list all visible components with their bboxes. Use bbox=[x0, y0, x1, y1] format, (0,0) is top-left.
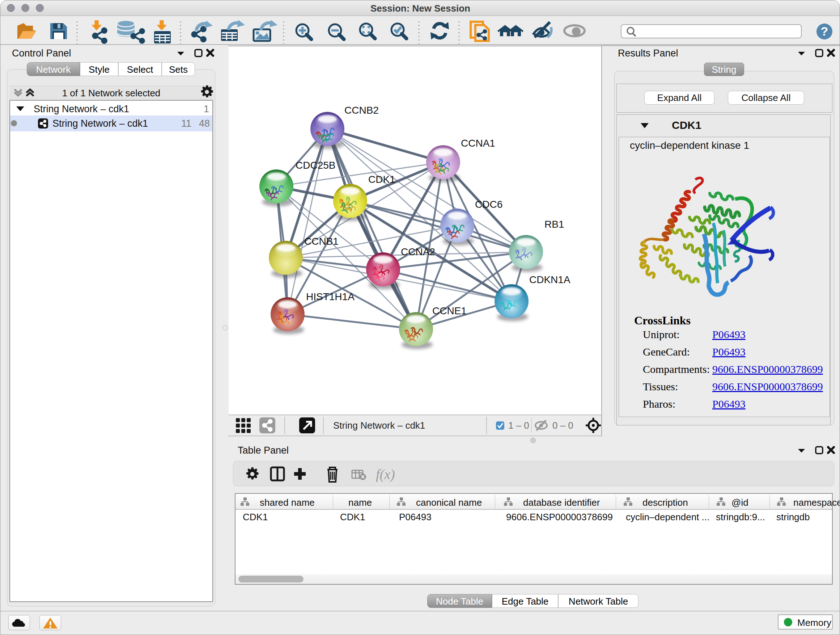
svg-text:HIST1H1A: HIST1H1A bbox=[306, 291, 355, 302]
svg-text:CDC25B: CDC25B bbox=[295, 160, 335, 171]
svg-text:f(x): f(x) bbox=[376, 467, 395, 482]
svg-text:RB1: RB1 bbox=[545, 219, 564, 230]
svg-text:CCNA2: CCNA2 bbox=[401, 246, 435, 257]
svg-text:CDK1: CDK1 bbox=[368, 174, 395, 185]
svg-text:CCNA1: CCNA1 bbox=[461, 138, 495, 149]
svg-text:CCNE1: CCNE1 bbox=[432, 305, 467, 317]
svg-text:CDKN1A: CDKN1A bbox=[529, 274, 570, 285]
svg-text:CCNB1: CCNB1 bbox=[304, 236, 339, 247]
svg-text:?: ? bbox=[821, 24, 829, 38]
svg-text:0 – 0: 0 – 0 bbox=[553, 420, 573, 431]
svg-text:CCNB2: CCNB2 bbox=[344, 105, 379, 116]
svg-text:String Network – cdk1: String Network – cdk1 bbox=[333, 420, 425, 431]
svg-text:CDC6: CDC6 bbox=[475, 199, 502, 210]
svg-text:1 – 0: 1 – 0 bbox=[508, 420, 529, 431]
